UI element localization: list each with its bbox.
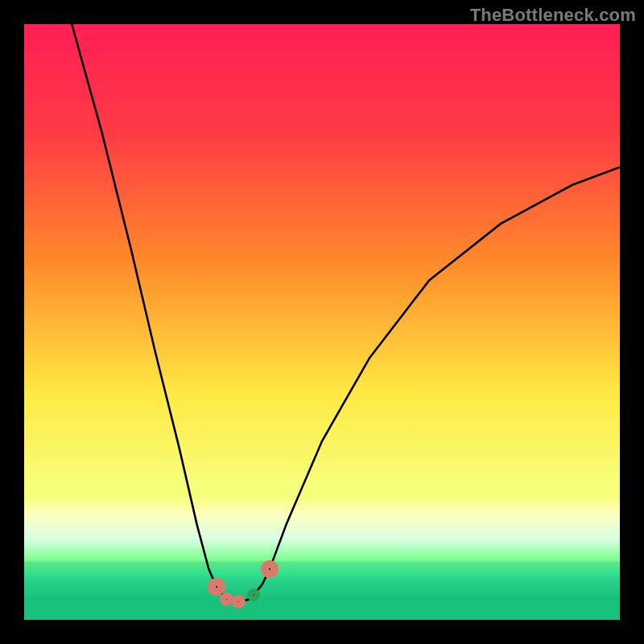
marker-current: [247, 588, 260, 601]
marker-ring-small: [232, 595, 246, 609]
chart-area: [24, 24, 620, 620]
marker-ring-large: [261, 560, 279, 578]
bottleneck-curve: [24, 24, 620, 620]
attribution-text: TheBottleneck.com: [470, 5, 636, 26]
